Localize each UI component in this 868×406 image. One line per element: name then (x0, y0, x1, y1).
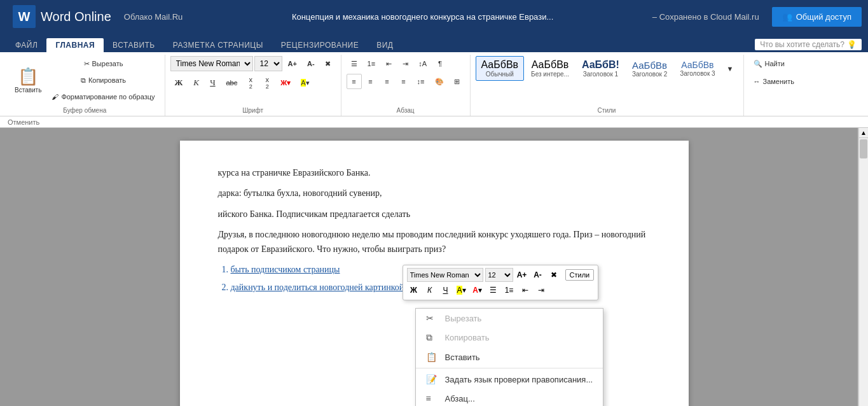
mini-bold-button[interactable]: Ж (407, 283, 421, 297)
style-normal[interactable]: АаБбВв Обычный (476, 56, 525, 81)
text-color-button[interactable]: Ж▾ (276, 75, 295, 90)
bullets-button[interactable]: ☰ (347, 56, 362, 71)
show-para-button[interactable]: ¶ (432, 56, 448, 71)
word-logo: W Word Online (6, 2, 118, 31)
italic-button[interactable]: К (188, 75, 203, 90)
document-page[interactable]: Times New Roman 12 A+ A- ✖ Стили Ж К Ч А… (180, 141, 689, 406)
search-icon: 🔍 (754, 60, 762, 68)
paste-button[interactable]: 📋 Вставить (10, 62, 46, 99)
paste-icon: 📋 (18, 67, 38, 87)
align-center-button[interactable]: ≡ (363, 74, 378, 89)
paragraph-label: Абзац (347, 106, 465, 116)
font-row2: Ж К Ч abc x2 x2 Ж▾ А▾ (170, 73, 314, 93)
style-heading2[interactable]: АаБбВв Заголовок 2 (626, 57, 673, 81)
style-heading3[interactable]: АаБбВв Заголовок 3 (674, 57, 720, 80)
ctx-copy[interactable]: ⧉ Копировать (416, 328, 603, 347)
justify-button[interactable]: ≡ (396, 74, 411, 89)
font-row1: Times New Roman 12 A+ A- ✖ (170, 55, 336, 73)
format-painter-icon: 🖌 (52, 93, 59, 101)
undo-label[interactable]: Отменить (8, 118, 39, 126)
shrink-font-button[interactable]: A- (303, 56, 319, 71)
tab-layout[interactable]: РАЗМЕТКА СТРАНИЦЫ (164, 38, 272, 52)
font-size-select[interactable]: 12 (254, 56, 282, 71)
styles-label: Стили (476, 106, 738, 116)
tab-home[interactable]: ГЛАВНАЯ (46, 38, 104, 52)
doc-para3: ийского Банка. Подписчикам предлагается … (218, 207, 651, 221)
mini-shrink-font[interactable]: A- (531, 268, 545, 282)
tab-file[interactable]: ФАЙЛ (6, 38, 46, 52)
font-label: Шрифт (170, 106, 336, 116)
copy-ctx-icon: ⧉ (426, 332, 439, 343)
vertical-scrollbar[interactable]: ▲ (858, 128, 868, 406)
cut-button[interactable]: ✂ Вырезать (47, 56, 159, 71)
superscript-button[interactable]: x2 (259, 74, 275, 92)
increase-indent-button[interactable]: ⇥ (397, 56, 413, 71)
app-name: Word Online (41, 10, 111, 24)
ctx-paragraph[interactable]: ≡ Абзац... (416, 389, 603, 406)
style-heading1[interactable]: АаБбВ! Заголовок 1 (576, 56, 625, 81)
people-icon: 👥 (782, 12, 792, 22)
mini-bullets-button[interactable]: ☰ (486, 283, 500, 297)
mini-numbering-button[interactable]: 1≡ (502, 283, 516, 297)
grow-font-button[interactable]: A+ (284, 56, 301, 71)
scroll-thumb[interactable] (860, 139, 867, 158)
format-painter-button[interactable]: 🖌 Форматирование по образцу (47, 89, 159, 104)
bold-button[interactable]: Ж (170, 75, 188, 90)
mini-decrease-indent[interactable]: ⇤ (518, 283, 532, 297)
doc-para4: Друзья, в последнюю новогоднюю неделю мы… (218, 228, 651, 256)
ribbon-toolbar: 📋 Вставить ✂ Вырезать ⧉ Копировать 🖌 Фор… (0, 52, 868, 116)
cut-icon: ✂ (426, 313, 439, 323)
numbering-button[interactable]: 1≡ (363, 56, 380, 71)
style-no-spacing[interactable]: АаБбВв Без интере... (525, 56, 575, 81)
sort-button[interactable]: ↕A (414, 56, 431, 71)
strikethrough-button[interactable]: abc (221, 75, 242, 90)
editing-row: 🔍 Найти (749, 55, 789, 73)
copy-button[interactable]: ⧉ Копировать (47, 73, 159, 88)
line-spacing-button[interactable]: ↕≡ (413, 74, 429, 89)
search-placeholder: Что вы хотите сделать? (760, 40, 844, 49)
ctx-spelling[interactable]: 📝 Задать язык проверки правописания... (416, 370, 603, 389)
share-button[interactable]: 👥 Общий доступ (772, 7, 862, 27)
tab-insert[interactable]: ВСТАВИТЬ (104, 38, 164, 52)
align-right-button[interactable]: ≡ (380, 74, 395, 89)
mini-styles-button[interactable]: Стили (565, 269, 595, 281)
clear-format-button[interactable]: ✖ (320, 56, 336, 71)
mini-format-clear[interactable]: ✖ (547, 268, 561, 282)
ribbon-search-box[interactable]: Что вы хотите сделать? 💡 (755, 39, 862, 50)
mini-grow-font[interactable]: A+ (515, 268, 529, 282)
replace-row: ↔ Заменить (749, 73, 799, 90)
decrease-indent-button[interactable]: ⇤ (381, 56, 396, 71)
subscript-button[interactable]: x2 (243, 74, 258, 92)
para-row2: ≡ ≡ ≡ ≡ ↕≡ 🎨 ⊞ (347, 73, 465, 90)
mini-size-select[interactable]: 12 (485, 268, 513, 282)
find-button[interactable]: 🔍 Найти (749, 56, 789, 71)
scroll-up-button[interactable]: ▲ (859, 128, 868, 138)
mini-italic-button[interactable]: К (423, 283, 437, 297)
shading-button[interactable]: 🎨 (431, 74, 448, 89)
ctx-cut[interactable]: ✂ Вырезать (416, 309, 603, 328)
highlight-button[interactable]: А▾ (296, 75, 313, 90)
tab-review[interactable]: РЕЦЕНЗИРОВАНИЕ (272, 38, 368, 52)
underline-button[interactable]: Ч (205, 75, 220, 90)
context-menu: ✂ Вырезать ⧉ Копировать 📋 Вставить 📝 Зад… (415, 308, 604, 406)
paste-label: Вставить (15, 87, 41, 94)
styles-more-button[interactable]: ▼ (722, 61, 738, 76)
mini-underline-button[interactable]: Ч (439, 283, 453, 297)
align-left-button[interactable]: ≡ (347, 74, 362, 89)
doc-para2: дарка: бутылка бухла, новогодний сувенир… (218, 186, 651, 200)
mini-highlight-button[interactable]: А▾ (455, 283, 469, 297)
mini-increase-indent[interactable]: ⇥ (534, 283, 548, 297)
paragraph-ctx-icon: ≡ (426, 393, 439, 403)
borders-button[interactable]: ⊞ (450, 74, 465, 89)
spelling-icon: 📝 (426, 374, 439, 384)
clipboard-label: Буфер обмена (10, 106, 160, 116)
ctx-paste[interactable]: 📋 Вставить (416, 347, 603, 367)
save-status: – Сохранено в Cloud Mail.ru (652, 12, 759, 22)
mini-font-select[interactable]: Times New Roman (407, 268, 483, 282)
lightbulb-icon: 💡 (847, 40, 857, 49)
copy-icon: ⧉ (81, 76, 86, 85)
font-family-select[interactable]: Times New Roman (170, 56, 253, 71)
replace-button[interactable]: ↔ Заменить (749, 74, 799, 89)
mini-text-color-button[interactable]: А▾ (471, 283, 485, 297)
tab-view[interactable]: ВИД (368, 38, 402, 52)
